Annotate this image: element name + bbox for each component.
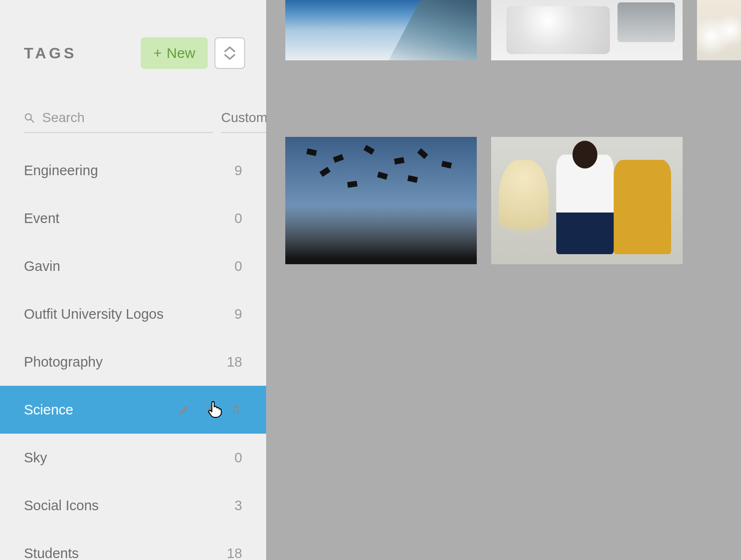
tag-count: 0 — [235, 450, 242, 466]
tag-item-engineering[interactable]: Engineering 9 — [0, 146, 266, 194]
gear-icon — [204, 404, 216, 415]
header-actions: + New — [141, 37, 245, 69]
tag-count: 3 — [235, 498, 242, 514]
tag-name: Sky — [24, 450, 47, 466]
svg-line-1 — [31, 119, 34, 122]
gallery-thumb[interactable] — [491, 137, 683, 264]
tag-list: Engineering 9 Event 0 Gavin 0 Outfit Uni… — [0, 146, 266, 560]
tag-count: 9 — [235, 163, 242, 179]
tag-name: Social Icons — [24, 498, 99, 514]
plus-icon: + — [153, 46, 162, 60]
svg-point-2 — [209, 408, 212, 411]
pencil-icon — [179, 404, 190, 415]
chevron-up-icon — [224, 45, 236, 53]
search-icon — [24, 112, 34, 123]
gallery-thumb[interactable] — [285, 0, 477, 60]
tags-sidebar: TAGS + New Custom — [0, 0, 266, 560]
thumbnail-image — [285, 137, 477, 264]
gallery-row — [285, 0, 741, 60]
tag-item-event[interactable]: Event 0 — [0, 194, 266, 242]
edit-tag-button[interactable] — [178, 403, 191, 416]
sidebar-header: TAGS + New — [0, 37, 266, 69]
gallery-thumb[interactable] — [491, 0, 683, 60]
tag-settings-button[interactable] — [204, 403, 216, 416]
tag-name: Gavin — [24, 258, 60, 274]
tag-item-gavin[interactable]: Gavin 0 — [0, 242, 266, 290]
tag-count: 18 — [227, 354, 242, 370]
tag-item-sky[interactable]: Sky 0 — [0, 434, 266, 482]
image-gallery — [266, 0, 741, 560]
reorder-toggle-button[interactable] — [214, 37, 245, 69]
thumbnail-image — [491, 0, 683, 60]
tags-title: TAGS — [24, 45, 77, 62]
tag-count: 0 — [235, 211, 242, 226]
new-tag-label: New — [167, 45, 195, 61]
gallery-row — [285, 137, 741, 264]
tag-search-input[interactable] — [42, 110, 213, 125]
tag-item-social-icons[interactable]: Social Icons 3 — [0, 482, 266, 529]
tag-name: Students — [24, 546, 79, 560]
tag-item-photography[interactable]: Photography 18 — [0, 338, 266, 386]
tag-search-box[interactable] — [24, 106, 213, 133]
tag-count: 18 — [227, 546, 242, 560]
chevron-down-icon — [224, 53, 236, 61]
delete-tag-button[interactable] — [230, 403, 242, 416]
trash-icon — [230, 404, 242, 415]
sort-mode-label: Custom — [221, 110, 267, 125]
tag-item-outfit-university-logos[interactable]: Outfit University Logos 9 — [0, 290, 266, 338]
tag-item-students[interactable]: Students 18 — [0, 529, 266, 560]
tag-name: Science — [24, 402, 73, 418]
thumbnail-image — [491, 137, 683, 264]
tag-name: Engineering — [24, 163, 98, 179]
tag-name: Event — [24, 211, 59, 226]
thumbnail-image — [697, 0, 741, 60]
gallery-thumb[interactable] — [697, 0, 741, 60]
tag-count: 0 — [235, 258, 242, 274]
tag-count: 9 — [235, 306, 242, 322]
tag-actions — [178, 403, 242, 416]
new-tag-button[interactable]: + New — [141, 37, 208, 69]
tag-item-science[interactable]: Science — [0, 386, 266, 434]
tag-name: Photography — [24, 354, 102, 370]
tag-name: Outfit University Logos — [24, 306, 164, 322]
thumbnail-image — [285, 0, 477, 60]
search-sort-row: Custom — [0, 106, 266, 133]
gallery-thumb[interactable] — [285, 137, 477, 264]
